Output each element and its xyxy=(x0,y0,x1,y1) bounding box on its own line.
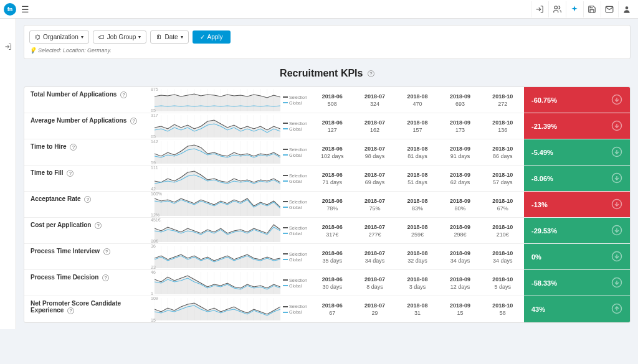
value-number: 317€ xyxy=(311,231,353,238)
info-icon[interactable]: ? xyxy=(95,222,102,229)
kpi-change-badge: 43% xyxy=(524,296,630,322)
info-icon[interactable]: ? xyxy=(120,91,127,98)
value-number: 75% xyxy=(353,205,396,212)
kpi-label: Total Number of Applications ? xyxy=(24,87,152,113)
date-filter[interactable]: 🗓 Date ▾ xyxy=(150,30,188,44)
kpi-values: 2018-06672018-07292018-08312018-09152018… xyxy=(311,296,524,322)
value-number: 34 days xyxy=(353,258,396,264)
value-number: 173 xyxy=(439,127,481,133)
info-icon[interactable]: ? xyxy=(368,70,374,77)
login-icon[interactable] xyxy=(531,1,547,17)
value-col: 2018-0980% xyxy=(439,192,481,217)
kpi-label: Time to Hire ? xyxy=(24,139,152,165)
change-value: -21.39% xyxy=(531,123,557,130)
kpi-sparkline: 46 1 xyxy=(152,270,283,296)
value-date: 2018-09 xyxy=(439,119,481,126)
kpi-values: 2018-0678%2018-0775%2018-0883%2018-0980%… xyxy=(311,192,524,217)
value-date: 2018-09 xyxy=(439,250,481,256)
value-date: 2018-07 xyxy=(353,250,396,256)
value-col: 2018-083 days xyxy=(396,270,439,296)
kpi-legend: Selection Global xyxy=(283,139,311,165)
value-number: 272 xyxy=(482,101,524,107)
arrow-down-icon xyxy=(611,94,622,106)
user-icon[interactable] xyxy=(618,1,634,17)
info-icon[interactable]: ? xyxy=(102,274,109,281)
kpi-row: Acceptance Rate ? 100% 12% Selection Glo… xyxy=(24,192,630,218)
value-col: 2018-09693 xyxy=(439,87,481,113)
calendar-icon: 🗓 xyxy=(156,34,162,40)
value-date: 2018-08 xyxy=(396,172,439,178)
value-number: 67 xyxy=(311,310,353,316)
value-date: 2018-10 xyxy=(482,276,524,282)
arrow-up-icon xyxy=(611,303,622,315)
info-icon[interactable]: ? xyxy=(103,248,110,255)
sidebar-login-icon[interactable] xyxy=(0,37,16,56)
value-col: 2018-0832 days xyxy=(396,244,439,269)
value-number: 91 days xyxy=(439,153,481,159)
topbar: fn ☰ xyxy=(0,0,638,19)
value-number: 470 xyxy=(396,101,439,107)
jobgroup-label: Job Group xyxy=(107,34,136,40)
sparkle-icon[interactable] xyxy=(566,1,582,17)
app-logo[interactable]: fn xyxy=(4,3,16,16)
value-col: 2018-1034 days xyxy=(482,244,524,269)
value-number: 67% xyxy=(482,205,524,212)
value-date: 2018-07 xyxy=(353,224,396,230)
change-value: -60.75% xyxy=(531,96,557,104)
value-col: 2018-09173 xyxy=(439,113,481,139)
apply-button[interactable]: ✓ Apply xyxy=(193,30,231,44)
value-number: 324 xyxy=(353,101,396,107)
group-icon[interactable] xyxy=(548,1,564,17)
value-number: 693 xyxy=(439,101,481,107)
value-date: 2018-06 xyxy=(311,250,353,256)
kpi-sparkline: 317 65 xyxy=(152,113,283,139)
value-date: 2018-08 xyxy=(396,302,439,309)
value-number: 162 xyxy=(353,127,396,133)
filter-row: ⌬ Organization ▾ 🏷 Job Group ▾ 🗓 Date ▾ … xyxy=(29,30,625,44)
value-number: 81 days xyxy=(396,153,439,159)
value-number: 15 xyxy=(439,310,481,316)
value-number: 259€ xyxy=(396,231,439,238)
value-date: 2018-09 xyxy=(439,276,481,282)
kpi-label: Process Time Decision ? xyxy=(24,270,152,296)
org-icon: ⌬ xyxy=(35,34,40,40)
value-number: 71 days xyxy=(311,179,353,185)
kpi-change-badge: -58.33% xyxy=(524,270,630,296)
mail-icon[interactable] xyxy=(601,1,617,17)
change-value: 0% xyxy=(531,253,541,261)
org-label: Organization xyxy=(43,34,79,40)
job-group-filter[interactable]: 🏷 Job Group ▾ xyxy=(93,30,147,44)
selected-filters: 💡 Selected: Location: Germany. xyxy=(29,47,625,54)
organization-filter[interactable]: ⌬ Organization ▾ xyxy=(29,30,89,44)
caret-down-icon: ▾ xyxy=(181,34,183,40)
kpi-label: Time to Fill ? xyxy=(24,166,152,191)
info-icon[interactable]: ? xyxy=(70,144,77,151)
value-col: 2018-0798 days xyxy=(353,139,396,165)
check-icon: ✓ xyxy=(200,34,205,40)
value-number: 86 days xyxy=(482,153,524,159)
info-icon[interactable]: ? xyxy=(84,196,91,203)
value-date: 2018-08 xyxy=(396,276,439,282)
value-number: 57 days xyxy=(482,179,524,185)
info-icon[interactable]: ? xyxy=(67,307,74,314)
value-number: 3 days xyxy=(396,284,439,290)
kpi-values: 2018-0671 days2018-0769 days2018-0851 da… xyxy=(311,166,524,191)
value-number: 62 days xyxy=(439,179,481,185)
value-col: 2018-0851 days xyxy=(396,166,439,191)
kpi-label: Net Promoter Score Candidate Experience … xyxy=(24,296,152,322)
info-icon[interactable]: ? xyxy=(130,118,137,124)
main: ⌬ Organization ▾ 🏷 Job Group ▾ 🗓 Date ▾ … xyxy=(0,19,638,329)
value-date: 2018-06 xyxy=(311,302,353,309)
value-col: 2018-0831 xyxy=(396,296,439,322)
value-number: 51 days xyxy=(396,179,439,185)
value-date: 2018-07 xyxy=(353,198,396,204)
value-date: 2018-09 xyxy=(439,302,481,309)
kpi-sparkline: 100% 12% xyxy=(152,192,283,217)
hamburger-icon[interactable]: ☰ xyxy=(21,4,29,14)
value-date: 2018-10 xyxy=(482,198,524,204)
value-date: 2018-09 xyxy=(439,224,481,230)
save-icon[interactable] xyxy=(583,1,599,17)
kpi-row: Time to Hire ? 142 59 Selection Global20… xyxy=(24,139,630,166)
info-icon[interactable]: ? xyxy=(67,170,74,177)
value-number: 210€ xyxy=(482,231,524,238)
